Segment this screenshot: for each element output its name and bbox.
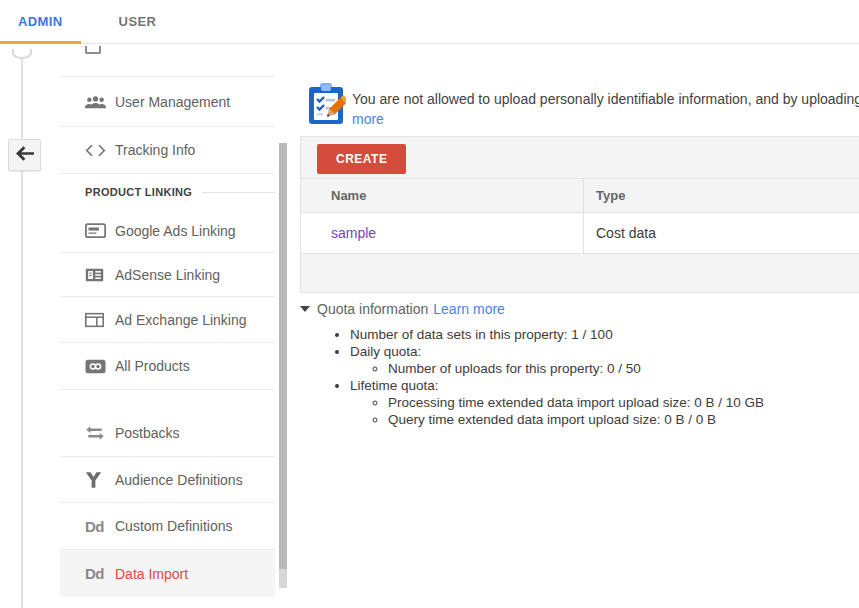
quota-section: Quota information Learn more Number of d…	[300, 301, 859, 428]
chain-link-icon	[85, 359, 109, 374]
tray-icon	[85, 46, 101, 54]
tab-user[interactable]: USER	[101, 0, 175, 43]
quota-subitem: Processing time extended data import upl…	[388, 394, 859, 411]
back-button[interactable]	[8, 139, 41, 171]
tab-admin[interactable]: ADMIN	[0, 0, 81, 43]
data-set-type: Cost data	[584, 213, 859, 253]
section-header-label: PRODUCT LINKING	[85, 186, 192, 198]
billboard-icon	[85, 223, 109, 239]
dd-icon: Dd	[85, 518, 109, 535]
fork-icon	[85, 472, 109, 488]
quota-item: Number of data sets in this property: 1 …	[350, 326, 859, 343]
column-header-name: Name	[301, 179, 584, 212]
sidebar-scrollbar-track	[279, 569, 287, 588]
collapse-triangle-icon[interactable]	[300, 306, 310, 312]
admin-tab-bar: ADMIN USER	[0, 0, 859, 44]
sidebar-item-label: Data Import	[115, 566, 188, 582]
sidebar-item-label: User Management	[115, 94, 230, 110]
data-set-name-link[interactable]: sample	[331, 225, 376, 241]
swap-arrows-icon	[85, 426, 109, 440]
sidebar-item-label: Postbacks	[115, 425, 180, 441]
sidebar-gap	[60, 390, 275, 410]
sidebar-item-label: Ad Exchange Linking	[115, 312, 247, 328]
sidebar-item-label: Custom Definitions	[115, 518, 233, 534]
sidebar-item-label: Audience Definitions	[115, 472, 243, 488]
sidebar-item-custom-definitions[interactable]: Dd Custom Definitions	[60, 503, 275, 550]
create-button[interactable]: CREATE	[317, 144, 406, 174]
sidebar-item-user-management[interactable]: User Management	[60, 77, 275, 127]
quota-subitem: Query time extended data import upload s…	[388, 411, 859, 428]
table-header-row: Name Type	[301, 178, 859, 212]
sidebar-item-label: Google Ads Linking	[115, 223, 236, 239]
more-link[interactable]: more	[352, 111, 384, 127]
section-rule	[202, 192, 275, 193]
sidebar-item-all-products[interactable]: All Products	[60, 343, 275, 390]
data-sets-panel: CREATE Name Type sample Cost data	[300, 136, 859, 293]
quota-item: Lifetime quota: Processing time extended…	[350, 377, 859, 428]
sidebar-item-audience-definitions[interactable]: Audience Definitions	[60, 457, 275, 503]
newspaper-icon	[85, 267, 109, 283]
table-footer	[301, 253, 859, 292]
sidebar-item-label: Tracking Info	[115, 142, 195, 158]
quota-subitem: Number of uploads for this property: 0 /…	[388, 360, 859, 377]
window-icon	[85, 312, 109, 328]
sidebar-item-ad-exchange-linking[interactable]: Ad Exchange Linking	[60, 297, 275, 343]
dd-icon: Dd	[85, 565, 109, 582]
code-icon	[85, 144, 109, 157]
property-settings-sidebar: User Management Tracking Info PRODUCT LI…	[60, 44, 275, 597]
sidebar-item-partial[interactable]	[60, 44, 275, 77]
column-header-type: Type	[584, 179, 859, 212]
sidebar-item-data-import[interactable]: Dd Data Import	[60, 550, 275, 597]
learn-more-link[interactable]: Learn more	[433, 301, 505, 317]
table-row: sample Cost data	[301, 212, 859, 253]
pii-notice-text: You are not allowed to upload personally…	[352, 89, 859, 109]
arrow-left-icon	[16, 146, 34, 165]
pii-notice: You are not allowed to upload personally…	[352, 89, 859, 129]
sidebar-scrollbar[interactable]	[279, 143, 287, 569]
clipboard-pencil-icon	[306, 83, 346, 127]
hierarchy-arc	[12, 49, 32, 59]
sidebar-item-label: AdSense Linking	[115, 267, 220, 283]
sidebar-section-product-linking: PRODUCT LINKING	[60, 174, 275, 210]
sidebar-item-postbacks[interactable]: Postbacks	[60, 410, 275, 457]
sidebar-item-google-ads-linking[interactable]: Google Ads Linking	[60, 210, 275, 253]
sidebar-item-adsense-linking[interactable]: AdSense Linking	[60, 253, 275, 297]
sidebar-item-label: All Products	[115, 358, 190, 374]
quota-title: Quota information	[317, 301, 428, 317]
sidebar-item-tracking-info[interactable]: Tracking Info	[60, 127, 275, 174]
people-icon	[85, 94, 109, 109]
table-toolbar: CREATE	[301, 137, 859, 178]
quota-item: Daily quota: Number of uploads for this …	[350, 343, 859, 377]
